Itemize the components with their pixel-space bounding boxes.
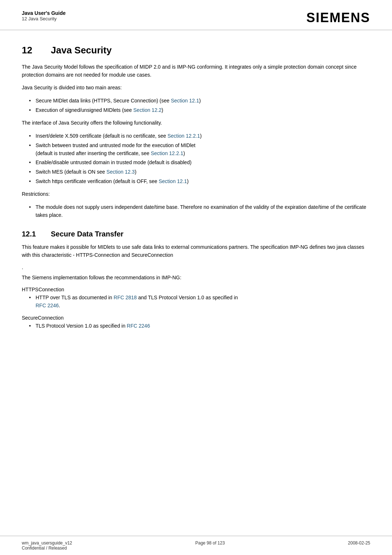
area-item-1-text: Secure MIDlet data links (HTTPS, Secure … <box>36 98 171 104</box>
rfc-2246-link-1[interactable]: RFC 2246 <box>36 303 59 308</box>
functionality-para: The interface of Java Security offers th… <box>22 119 370 127</box>
rfc-2246-link-2[interactable]: RFC 2246 <box>127 323 150 329</box>
list-item: Switch MES (default is ON see Section 12… <box>29 168 370 176</box>
header-left: Java User's Guide 12 Java Security <box>22 10 66 21</box>
chapter-title: Java Security <box>51 45 112 56</box>
siemens-logo: SIEMENS <box>306 10 370 25</box>
chapter-number: 12 <box>22 45 51 56</box>
section-12-2-1-link-2[interactable]: Section 12.2.1 <box>151 150 184 156</box>
footer-confidential: Confidential / Released <box>22 546 72 551</box>
footer-date: 2008-02-25 <box>348 540 370 546</box>
list-item: Execution of signed/unsigned MIDlets (se… <box>29 106 370 114</box>
restrictions-list: The module does not supply users indepen… <box>29 203 370 219</box>
list-item: Secure MIDlet data links (HTTPS, Secure … <box>29 97 370 105</box>
intro-para-1: The Java Security Model follows the spec… <box>22 63 370 79</box>
dot-separator: . <box>22 264 370 270</box>
secure-connection-label: SecureConnection <box>22 315 370 321</box>
list-item: Switch between trusted and untrusted mod… <box>29 142 370 157</box>
page-header: Java User's Guide 12 Java Security SIEME… <box>0 0 392 30</box>
https-connection-label: HTTPSConnection <box>22 287 370 292</box>
main-content: 12 Java Security The Java Security Model… <box>0 30 392 366</box>
intro-para-2: Java Security is divided into two main a… <box>22 84 370 92</box>
section-12-1-container: 12.1 Secure Data Transfer This feature m… <box>22 230 370 330</box>
list-item: Insert/delete X.509 certificate (default… <box>29 132 370 140</box>
rfc-2818-link-1[interactable]: RFC 2818 <box>114 295 137 300</box>
section-12-2-link-1[interactable]: Section 12.2 <box>133 107 162 113</box>
areas-list: Secure MIDlet data links (HTTPS, Secure … <box>29 97 370 114</box>
header-subtitle: 12 Java Security <box>22 16 66 21</box>
footer-left: wm_java_usersguide_v12 Confidential / Re… <box>22 540 72 551</box>
section-heading-12-1: 12.1 Secure Data Transfer <box>22 230 370 238</box>
area-item-2-text: Execution of signed/unsigned MIDlets (se… <box>36 107 133 113</box>
section-12-1-number: 12.1 <box>22 230 51 238</box>
list-item: TLS Protocol Version 1.0 as specified in… <box>29 322 370 330</box>
footer-doc-name: wm_java_usersguide_v12 <box>22 540 72 546</box>
header-title: Java User's Guide <box>22 10 66 16</box>
list-item: HTTP over TLS as documented in RFC 2818 … <box>29 294 370 309</box>
https-list: HTTP over TLS as documented in RFC 2818 … <box>29 294 370 309</box>
list-item: Enable/disable untrusted domain in trust… <box>29 159 370 167</box>
section-12-2-1-link-1[interactable]: Section 12.2.1 <box>167 133 200 139</box>
secure-list: TLS Protocol Version 1.0 as specified in… <box>29 322 370 330</box>
section-12-1-para2: The Siemens implementation follows the r… <box>22 274 370 282</box>
section-12-1-link-2[interactable]: Section 12.1 <box>159 178 187 184</box>
page-container: Java User's Guide 12 Java Security SIEME… <box>0 0 392 555</box>
footer-page-number: Page 98 of 123 <box>195 540 225 546</box>
chapter-heading: 12 Java Security <box>22 45 370 56</box>
section-12-1-title: Secure Data Transfer <box>51 230 123 238</box>
page-footer: wm_java_usersguide_v12 Confidential / Re… <box>0 536 392 555</box>
functionality-list: Insert/delete X.509 certificate (default… <box>29 132 370 185</box>
restrictions-label: Restrictions: <box>22 190 370 198</box>
section-12-1-para1: This feature makes it possible for MIDle… <box>22 243 370 259</box>
list-item: Switch https certificate verification (d… <box>29 178 370 186</box>
list-item: The module does not supply users indepen… <box>29 203 370 219</box>
section-12-3-link-1[interactable]: Section 12.3 <box>106 169 135 175</box>
section-12-1-link-1[interactable]: Section 12.1 <box>171 98 199 104</box>
